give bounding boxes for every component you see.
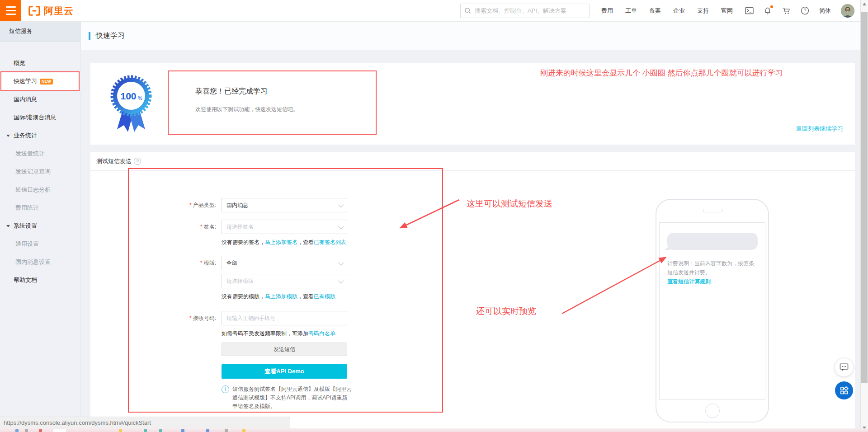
sidebar-item-help-docs[interactable]: 帮助文档 [0,271,80,289]
sidebar-item-send-record-query[interactable]: 发送记录查询 [0,163,80,181]
nav-item-enterprise[interactable]: 企业 [673,7,685,15]
chevron-down-icon [338,223,344,229]
api-demo-button[interactable]: 查看API Demo [222,364,347,379]
console-terminal-icon[interactable] [745,6,754,15]
product-type-row: *产品类型: 国内消息 [96,198,347,212]
sidebar-menu: 概览快速学习NEW国内消息国际/港澳台消息业务统计发送量统计发送记录查询短信日志… [0,42,80,289]
phone-number-input[interactable] [222,311,347,325]
browser-status-url: https://dysms.console.aliyun.com/dysms.h… [0,417,290,428]
aliyun-logo-text: 阿里云 [44,5,74,17]
sidebar-item-send-volume-stats[interactable]: 发送量统计 [0,145,80,163]
signature-list-link[interactable]: 已有签名列表 [314,239,346,245]
template-helper: 没有需要的模版，马上添加模版，查看已有模版 [222,293,335,301]
congrats-card: 100 % 恭喜您！已经完成学习 欢迎使用以下测试功能，快速发送短信吧。 返回列… [90,63,855,145]
sidebar-item-label: 业务统计 [14,131,37,140]
signature-row: *签名: 请选择签名 [96,220,347,234]
title-accent-bar [89,32,90,40]
page-title: 快速学习 [96,31,125,41]
sidebar-item-sms-log-analysis[interactable]: 短信日志分析 [0,181,80,199]
send-sms-button[interactable]: 发送短信 [222,343,347,356]
aliyun-console: 阿里云 费用工单备案企业支持官网 ? 简体 [0,0,868,432]
sidebar-item-overview[interactable]: 概览 [0,54,80,72]
sidebar-item-label: 费用统计 [15,204,39,212]
congrats-subtitle: 欢迎使用以下测试功能，快速发送短信吧。 [195,106,298,113]
phone-screen: 计费说明：当前内容字数为，按照条短信发送并计费。 查看短信计算规则 [659,222,765,400]
taskbar-sliver [0,428,868,432]
sidebar-item-label: 系统设置 [14,222,37,230]
search-icon [464,7,471,14]
nav-item-support[interactable]: 支持 [697,7,709,15]
search-input[interactable] [474,7,585,14]
sidebar-item-label: 通用设置 [15,240,39,248]
phone-speaker [703,209,723,212]
sidebar-item-domestic-message-settings[interactable]: 国内消息设置 [0,253,80,271]
scrollbar-thumb[interactable] [861,12,868,383]
info-icon: i [222,385,229,393]
scroll-up-arrow[interactable] [863,3,866,5]
sidebar-item-label: 快速学习 [14,77,37,85]
aliyun-logo-mark-icon [28,5,41,17]
divider [90,170,855,171]
congrats-title: 恭喜您！已经完成学习 [195,87,268,96]
user-avatar[interactable] [841,4,854,18]
phone-home-button [705,404,720,418]
shopping-cart-icon[interactable] [782,6,791,15]
nav-item-ticket[interactable]: 工单 [625,7,637,15]
product-type-label: *产品类型: [96,202,222,209]
notification-dot [770,5,773,8]
chat-bubble-icon [840,363,849,371]
signature-select[interactable]: 请选择签名 [222,220,347,234]
section-title: 测试短信发送 ? [96,157,141,165]
nav-item-fee[interactable]: 费用 [601,7,613,15]
product-type-select[interactable]: 国内消息 [222,198,347,212]
sidebar-item-domestic-message[interactable]: 国内消息 [0,90,80,108]
aliyun-logo[interactable]: 阿里云 [28,5,74,17]
phone-helper: 如需号码不受发送频率限制，可添加号码白名单 [222,330,335,338]
hamburger-menu-button[interactable] [0,0,21,21]
top-navbar: 阿里云 费用工单备案企业支持官网 ? 简体 [0,0,868,22]
sidebar-item-label: 国内消息 [14,95,37,103]
sidebar-item-quick-start[interactable]: 快速学习NEW [0,72,80,90]
phone-number-row: *接收号码: [96,311,347,325]
expand-arrow-icon [6,135,10,137]
chevron-down-icon [338,277,344,283]
test-sms-card: 测试短信发送 ? *产品类型: 国内消息 *签名: 请选择签名 没有需要的签名，… [90,152,855,428]
sidebar-item-fee-stats[interactable]: 费用统计 [0,199,80,217]
feedback-chat-button[interactable] [835,358,853,376]
signature-label: *签名: [96,223,222,231]
global-search[interactable] [460,4,590,18]
sidebar-item-system-settings[interactable]: 系统设置 [0,217,80,235]
sidebar-item-label: 国际/港澳台消息 [14,113,57,122]
template-list-link[interactable]: 已有模版 [314,293,335,300]
page-header: 快速学习 [80,21,860,50]
sidebar-item-biz-stats[interactable]: 业务统计 [0,127,80,145]
section-help-icon[interactable]: ? [134,158,141,165]
nav-item-website[interactable]: 官网 [721,7,733,15]
help-icon[interactable]: ? [800,6,809,15]
nav-item-icp[interactable]: 备案 [649,7,661,15]
signature-helper: 没有需要的签名，马上添加签名，查看已有签名列表 [222,239,346,246]
page-scrollbar[interactable] [860,0,868,432]
svg-text:?: ? [803,8,806,13]
medal-percent-value: 100 [120,91,136,101]
whitelist-link[interactable]: 号码白名单 [308,330,335,337]
app-launcher-button[interactable] [835,381,853,399]
new-badge: NEW [40,79,53,85]
add-signature-link[interactable]: 马上添加签名 [265,239,297,245]
test-notice: i 短信服务测试签名【阿里云通信】及模版【阿里云通信测试模版】不支持API调用，… [222,385,353,411]
chevron-down-icon [338,259,344,265]
sms-rule-link[interactable]: 查看短信计算规则 [667,278,711,286]
sidebar-item-label: 发送量统计 [15,150,45,158]
add-template-link[interactable]: 马上添加模版 [265,293,297,300]
language-switch[interactable]: 简体 [819,7,831,15]
back-to-list-link[interactable]: 返回列表继续学习 [796,125,843,133]
template-row: *模版: 全部 [96,256,347,270]
fee-note: 计费说明：当前内容字数为，按照条短信发送并计费。 [667,259,759,277]
template-label: *模版: [96,259,222,267]
sidebar-item-intl-message[interactable]: 国际/港澳台消息 [0,108,80,127]
template-select[interactable]: 请选择模版 [222,274,347,288]
sidebar-item-label: 短信日志分析 [15,186,51,194]
notifications-bell-icon[interactable] [763,6,772,15]
sidebar-item-general-settings[interactable]: 通用设置 [0,235,80,253]
template-type-select[interactable]: 全部 [222,256,347,270]
